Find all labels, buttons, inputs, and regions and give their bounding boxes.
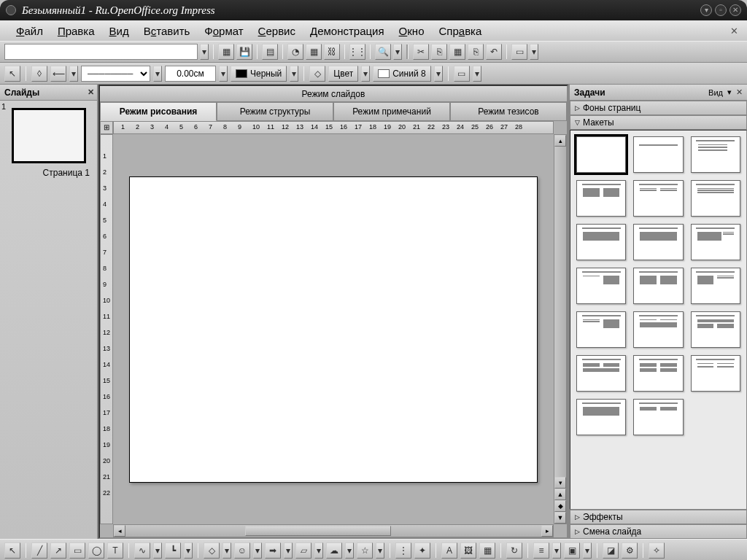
scroll-right-icon[interactable]: ▸ [541, 525, 553, 537]
layout-option-9[interactable] [576, 268, 626, 304]
undo-icon[interactable]: ↶ [486, 44, 502, 60]
copy-icon[interactable]: ⎘ [431, 44, 447, 60]
ellipse-tool-icon[interactable]: ◯ [88, 542, 104, 559]
fill-type-dropdown-icon[interactable]: ▾ [361, 66, 370, 82]
toolbar2-more-icon[interactable]: ▾ [473, 66, 481, 82]
gallery-icon[interactable]: ▦ [479, 542, 495, 559]
fill-type-button[interactable]: Цвет [328, 66, 358, 82]
select-tool-icon[interactable]: ↖ [4, 542, 20, 559]
chart-icon[interactable]: ◔ [287, 44, 303, 60]
tasks-close-icon[interactable]: ✕ [736, 88, 743, 97]
clone-icon[interactable]: ⎘ [468, 44, 484, 60]
arrow-style-dropdown-icon[interactable]: ▾ [69, 66, 78, 82]
callout-icon[interactable]: ☁ [326, 542, 342, 559]
zoom-dropdown-icon[interactable]: ▾ [393, 44, 402, 60]
menu-window[interactable]: Окно [392, 25, 432, 37]
layout-option-16[interactable] [633, 355, 683, 392]
layout-option-19[interactable] [633, 399, 683, 435]
layout-option-15[interactable] [576, 355, 626, 392]
fontwork-icon[interactable]: A [441, 542, 457, 559]
slides-panel-close-icon[interactable]: ✕ [88, 88, 94, 97]
zoom-icon[interactable]: 🔍 [375, 44, 391, 60]
section-layouts[interactable]: ▽Макеты [570, 115, 747, 130]
doc-close-icon[interactable]: ✕ [730, 26, 738, 36]
tab-notes[interactable]: Режим примечаний [333, 102, 450, 121]
block-arrows-icon[interactable]: ➡ [265, 542, 281, 559]
from-file-icon[interactable]: 🖼 [460, 542, 476, 559]
align-dropdown-icon[interactable]: ▾ [552, 542, 561, 559]
arrows-dropdown-icon[interactable]: ▾ [284, 542, 293, 559]
rotate-icon[interactable]: ↻ [506, 542, 522, 559]
layout-option-5[interactable] [691, 180, 740, 217]
layout-option-11[interactable] [691, 268, 740, 304]
stars-icon[interactable]: ☆ [357, 542, 373, 559]
line-style-icon[interactable]: ◊ [31, 66, 47, 82]
scroll-down-icon[interactable]: ▾ [554, 477, 566, 489]
layout-option-6[interactable] [576, 224, 626, 260]
cut-icon[interactable]: ✂ [413, 44, 429, 60]
menu-help[interactable]: Справка [431, 25, 489, 37]
arrow-line-icon[interactable]: ↗ [50, 542, 66, 559]
menu-demo[interactable]: Демонстрация [303, 25, 392, 37]
text-tool-icon[interactable]: T [107, 542, 123, 559]
save-icon[interactable]: 💾 [236, 44, 252, 60]
tasks-view-label[interactable]: Вид [708, 88, 723, 97]
scrollbar-horizontal[interactable]: ◂ ▸ [113, 524, 554, 537]
tab-outline[interactable]: Режим структуры [217, 102, 333, 121]
hyperlink-icon[interactable]: ⛓ [324, 44, 340, 60]
callout-dropdown-icon[interactable]: ▾ [345, 542, 354, 559]
connector-dropdown-icon[interactable]: ▾ [184, 542, 193, 559]
glue-icon[interactable]: ✦ [414, 542, 430, 559]
slide-thumb-item[interactable]: 1 Страница 1 [0, 101, 97, 185]
arrow-style-icon[interactable]: ⟵ [50, 66, 66, 82]
ruler-vertical[interactable]: 12345678910111213141516171819202122 [100, 134, 113, 524]
line-width-spinner-icon[interactable]: ▾ [219, 66, 228, 82]
arrow-tool-icon[interactable]: ↖ [4, 66, 20, 82]
minimize-button[interactable]: ▾ [700, 4, 712, 16]
interaction-icon[interactable]: ⚙ [622, 542, 638, 559]
menu-service[interactable]: Сервис [251, 25, 303, 37]
next-slide-icon[interactable]: ▼ [554, 512, 566, 524]
curve-tool-icon[interactable]: ∿ [134, 542, 150, 559]
tab-handout[interactable]: Режим тезисов [450, 102, 567, 121]
scroll-up-icon[interactable]: ▴ [554, 135, 566, 147]
paste-icon[interactable]: ▦ [449, 44, 465, 60]
layout-option-3[interactable] [576, 180, 626, 217]
prev-slide-icon[interactable]: ▲ [554, 489, 566, 500]
menu-file[interactable]: Файл [9, 25, 50, 37]
ruler-horizontal[interactable]: 1234567891011121314151617181920212223242… [113, 121, 554, 134]
nav-icon[interactable]: ◆ [554, 500, 566, 512]
align-icon[interactable]: ≡ [533, 542, 549, 559]
line-color-button[interactable]: Черный [231, 66, 287, 82]
tasks-view-dropdown-icon[interactable]: ▾ [727, 88, 732, 97]
menu-format[interactable]: Формат [197, 25, 250, 37]
layout-option-7[interactable] [633, 224, 683, 260]
scroll-thumb[interactable] [245, 526, 391, 536]
layout-option-18[interactable] [576, 399, 626, 435]
layout-option-2[interactable] [691, 136, 740, 173]
flowchart-icon[interactable]: ▱ [295, 542, 311, 559]
table-icon[interactable]: ▦ [306, 44, 322, 60]
slide-thumbnail[interactable] [12, 108, 86, 163]
basic-shapes-dropdown-icon[interactable]: ▾ [222, 542, 231, 559]
rect-tool-icon[interactable]: ▭ [69, 542, 85, 559]
line-style-dropdown-icon[interactable]: ▾ [153, 66, 162, 82]
line-tool-icon[interactable]: ╱ [31, 542, 47, 559]
scrollbar-vertical[interactable]: ▴ ▾ ▲ ◆ ▼ [554, 134, 567, 524]
line-color-dropdown-icon[interactable]: ▾ [290, 66, 298, 82]
line-style-combo[interactable]: ──────── [81, 66, 150, 82]
export-icon[interactable]: ▤ [262, 44, 278, 60]
layout-option-1[interactable] [633, 136, 683, 173]
layout-option-17[interactable] [691, 355, 740, 392]
toolbar-more-icon[interactable]: ▾ [530, 44, 538, 60]
tab-drawing[interactable]: Режим рисования [100, 102, 217, 121]
menu-insert[interactable]: Вставить [136, 25, 198, 37]
layout-option-10[interactable] [633, 268, 683, 304]
layout-option-14[interactable] [691, 311, 740, 348]
arrange-icon[interactable]: ▣ [564, 542, 580, 559]
section-backgrounds[interactable]: ▷Фоны страниц [570, 101, 747, 115]
maximize-button[interactable]: ▫ [715, 4, 727, 16]
line-width-input[interactable] [165, 66, 216, 82]
stars-dropdown-icon[interactable]: ▾ [376, 542, 384, 559]
section-transition[interactable]: ▷Смена слайда [570, 524, 747, 539]
